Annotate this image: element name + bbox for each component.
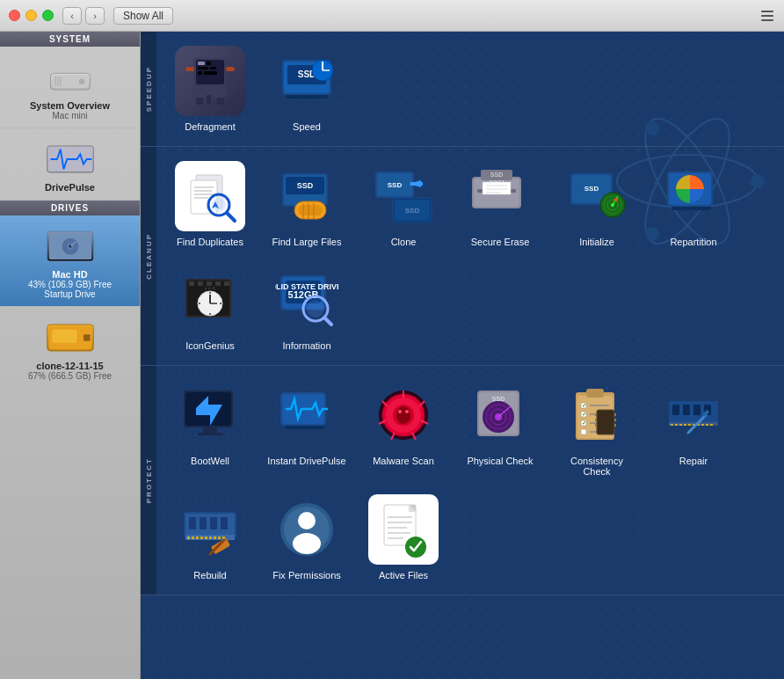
- svg-rect-32: [198, 67, 208, 69]
- rebuild-icon: [175, 494, 245, 565]
- svg-rect-176: [683, 405, 690, 415]
- svg-rect-170: [614, 413, 616, 416]
- svg-rect-64: [298, 205, 323, 215]
- sidebar-item-mac-hd[interactable]: Mac HD 43% (106.9 GB) Free Startup Drive: [0, 215, 140, 307]
- sidebar: SYSTEM: [0, 32, 141, 679]
- initialize-icon: SSD: [562, 161, 632, 231]
- svg-rect-169: [595, 424, 597, 427]
- tool-icon-genius[interactable]: ♩ ♪ ♫ IconGenius: [171, 265, 250, 351]
- tool-find-large[interactable]: SSD Find Large Files: [267, 161, 346, 247]
- svg-rect-177: [693, 405, 701, 415]
- system-section-header: SYSTEM: [0, 32, 140, 47]
- svg-rect-0: [761, 11, 773, 12]
- svg-rect-125: [203, 427, 217, 433]
- svg-point-143: [405, 410, 409, 413]
- tool-active-files[interactable]: Active Files: [364, 494, 443, 580]
- active-files-label: Active Files: [379, 570, 428, 580]
- tool-defragment[interactable]: Defragment: [171, 46, 250, 132]
- svg-rect-40: [226, 67, 235, 71]
- mac-mini-icon: [44, 57, 97, 97]
- rebuild-label: Rebuild: [193, 570, 226, 580]
- tool-repartition[interactable]: Repartition: [654, 161, 733, 247]
- svg-text:SSD: SSD: [584, 185, 599, 193]
- drives-section-header: DRIVES: [0, 201, 140, 215]
- svg-rect-202: [200, 537, 203, 539]
- svg-rect-200: [192, 537, 194, 539]
- tool-fix-permissions[interactable]: Fix Permissions: [267, 494, 346, 580]
- tool-physical-check[interactable]: SSD Physical Check: [461, 380, 540, 477]
- back-button[interactable]: ‹: [62, 7, 82, 25]
- protect-tools: BootWell: [156, 366, 784, 595]
- repartition-icon: [658, 161, 729, 231]
- tool-bootwell[interactable]: BootWell: [171, 380, 250, 477]
- drivepulse-sidebar-icon: [44, 139, 97, 179]
- svg-text:512GB: 512GB: [288, 289, 319, 300]
- fix-permissions-label: Fix Permissions: [272, 570, 341, 580]
- bootwell-label: BootWell: [191, 456, 229, 466]
- svg-rect-180: [671, 424, 673, 426]
- svg-text:SSD: SSD: [492, 396, 505, 402]
- svg-point-142: [398, 410, 402, 413]
- tool-secure-erase[interactable]: SSD SSD Secure Erase: [461, 161, 540, 247]
- svg-rect-104: [215, 281, 221, 286]
- svg-text:✓: ✓: [582, 403, 586, 408]
- protect-label: PROTECT: [145, 457, 153, 503]
- sidebar-item-system-overview[interactable]: System Overview Mac mini: [0, 47, 140, 128]
- svg-rect-171: [614, 419, 616, 421]
- svg-rect-196: [210, 517, 217, 529]
- svg-rect-1: [761, 15, 773, 17]
- mac-hd-sublabel: 43% (106.9 GB) Free: [28, 280, 112, 289]
- svg-text:SSD: SSD: [297, 181, 314, 190]
- tool-clone[interactable]: SSD SSD Clone: [364, 161, 443, 247]
- physical-check-icon: SSD: [465, 380, 535, 450]
- svg-rect-129: [286, 426, 324, 429]
- instant-drivepulse-icon: [272, 380, 342, 450]
- svg-text:♩ ♪ ♫: ♩ ♪ ♫: [205, 285, 214, 290]
- maximize-button[interactable]: [42, 10, 54, 21]
- speedup-label: SPEEDUP: [145, 66, 153, 112]
- svg-rect-194: [189, 517, 196, 529]
- show-all-button[interactable]: Show All: [113, 7, 173, 25]
- sidebar-item-clone[interactable]: clone-12-11-15 67% (666.5 GB) Free: [0, 307, 140, 389]
- tool-consistency-check[interactable]: ✓ ✓ ✓: [557, 380, 636, 477]
- svg-rect-33: [210, 67, 216, 69]
- minimize-button[interactable]: [25, 10, 37, 21]
- list-view-icon[interactable]: [759, 8, 775, 24]
- close-button[interactable]: [9, 10, 20, 21]
- tool-instant-drivepulse[interactable]: Instant DrivePulse: [267, 380, 346, 477]
- secure-erase-icon: SSD SSD: [465, 161, 535, 231]
- forward-button[interactable]: ›: [85, 7, 105, 25]
- svg-rect-195: [200, 517, 207, 529]
- tool-rebuild[interactable]: Rebuild: [171, 494, 250, 580]
- svg-rect-184: [688, 424, 691, 426]
- tool-speed[interactable]: SSD Speed: [267, 46, 346, 132]
- sidebar-item-drivepulse[interactable]: DrivePulse: [0, 128, 140, 201]
- svg-point-110: [220, 303, 221, 304]
- tool-initialize[interactable]: SSD Initialize: [557, 161, 636, 247]
- svg-text:SSD: SSD: [490, 172, 503, 178]
- icon-genius-label: IconGenius: [185, 340, 235, 351]
- svg-point-213: [293, 533, 321, 554]
- svg-rect-164: [581, 429, 586, 434]
- svg-point-109: [209, 292, 211, 294]
- tool-find-duplicates[interactable]: Find Duplicates: [171, 161, 250, 247]
- svg-rect-203: [205, 537, 207, 539]
- find-large-label: Find Large Files: [272, 237, 342, 247]
- find-duplicates-label: Find Duplicates: [177, 237, 243, 247]
- drivepulse-label: DrivePulse: [45, 182, 95, 193]
- svg-point-120: [307, 300, 324, 318]
- malware-icon: [368, 380, 439, 450]
- tool-repair[interactable]: Repair: [654, 380, 733, 477]
- svg-rect-34: [198, 71, 202, 75]
- svg-line-57: [227, 213, 235, 221]
- cleanup-label-container: CLEANUP: [141, 147, 156, 365]
- svg-rect-72: [410, 182, 423, 186]
- svg-point-212: [298, 512, 316, 529]
- defragment-label: Defragment: [185, 121, 235, 132]
- svg-point-111: [209, 313, 211, 315]
- bootwell-icon: [175, 380, 245, 450]
- icon-genius-icon: ♩ ♪ ♫: [175, 265, 245, 335]
- tool-information[interactable]: SOLID STATE DRIVE 512GB Information: [267, 265, 346, 351]
- svg-point-8: [79, 79, 84, 84]
- tool-malware[interactable]: Malware Scan: [364, 380, 443, 477]
